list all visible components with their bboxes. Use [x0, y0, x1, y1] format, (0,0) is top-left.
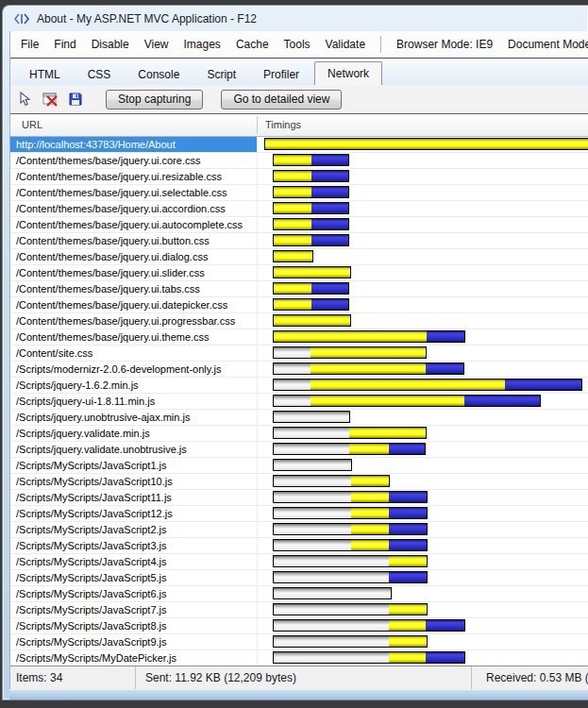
- column-divider[interactable]: [257, 116, 258, 134]
- table-row[interactable]: /Content/themes/base/jquery.ui.theme.css: [10, 329, 588, 346]
- table-row[interactable]: /Content/themes/base/jquery.ui.button.cs…: [10, 233, 588, 249]
- table-row[interactable]: /Scripts/MyScripts/JavaScript1.js: [10, 458, 588, 474]
- timing-segment-blue: [311, 171, 348, 181]
- timing-bar: [273, 250, 313, 262]
- menu-item-disable[interactable]: Disable: [92, 38, 129, 51]
- tab-console[interactable]: Console: [126, 65, 192, 85]
- request-url: /Scripts/MyScripts/JavaScript6.js: [10, 586, 257, 601]
- timing-bar: [273, 266, 351, 278]
- table-row[interactable]: /Scripts/MyScripts/JavaScript10.js: [10, 474, 588, 490]
- table-row[interactable]: /Scripts/MyScripts/JavaScript12.js: [10, 506, 588, 522]
- timing-cell: [257, 233, 588, 248]
- timing-segment-gray: [274, 572, 389, 582]
- table-row[interactable]: /Scripts/jquery-ui-1.8.11.min.js: [10, 394, 588, 410]
- timing-cell: [257, 346, 588, 361]
- timing-bar: [273, 539, 428, 551]
- table-row[interactable]: /Scripts/jquery.validate.min.js: [10, 426, 588, 442]
- timing-cell: [257, 394, 588, 409]
- timing-cell: [257, 586, 588, 601]
- tab-network[interactable]: Network: [314, 61, 382, 85]
- column-header-timings[interactable]: Timings: [265, 114, 301, 136]
- timing-cell: [257, 650, 588, 666]
- document-mode-label[interactable]: Document Mode: IE9 standa: [508, 38, 588, 51]
- request-url: /Scripts/jquery.validate.min.js: [10, 426, 257, 441]
- title-bar[interactable]: About - My ASP.NET MVC Application - F12: [3, 6, 588, 31]
- tab-profiler[interactable]: Profiler: [251, 65, 311, 85]
- request-url: /Content/themes/base/jquery.ui.autocompl…: [10, 217, 257, 232]
- timing-segment-blue: [505, 379, 581, 390]
- table-row[interactable]: /Scripts/MyScripts/JavaScript6.js: [10, 586, 588, 602]
- request-url: /Content/themes/base/jquery.ui.selectabl…: [10, 185, 257, 200]
- menu-item-view[interactable]: View: [144, 38, 169, 51]
- table-row[interactable]: /Content/themes/base/jquery.ui.progressb…: [10, 313, 588, 329]
- table-row[interactable]: /Scripts/MyScripts/JavaScript3.js: [10, 538, 588, 554]
- table-row[interactable]: /Content/site.css: [10, 346, 588, 362]
- devtools-icon: [13, 11, 30, 26]
- request-url: /Scripts/modernizr-2.0.6-development-onl…: [10, 362, 257, 377]
- timing-cell: [257, 570, 588, 585]
- menu-item-validate[interactable]: Validate: [326, 38, 365, 51]
- timing-cell: [257, 217, 588, 232]
- table-row[interactable]: /Scripts/MyScripts/JavaScript7.js: [10, 602, 588, 618]
- request-url: /Scripts/MyScripts/JavaScript9.js: [10, 634, 257, 649]
- table-row[interactable]: /Scripts/MyScripts/JavaScript5.js: [10, 570, 588, 586]
- timing-segment-blue: [389, 572, 427, 582]
- menu-item-cache[interactable]: Cache: [236, 38, 269, 51]
- timing-bar: [273, 459, 352, 471]
- table-row[interactable]: /Content/themes/base/jquery.ui.resizable…: [10, 169, 588, 185]
- timing-bar: [273, 603, 428, 615]
- timing-segment-blue: [464, 396, 540, 406]
- table-row[interactable]: /Content/themes/base/jquery.ui.datepicke…: [10, 297, 588, 313]
- browser-mode-label[interactable]: Browser Mode: IE9: [396, 38, 493, 51]
- table-row[interactable]: /Content/themes/base/jquery.ui.dialog.cs…: [10, 249, 588, 265]
- toolbar: Stop capturing Go to detailed view: [10, 85, 588, 114]
- timing-bar: [273, 314, 351, 327]
- tab-script[interactable]: Script: [194, 65, 248, 85]
- table-row[interactable]: /Scripts/MyScripts/JavaScript9.js: [10, 634, 588, 650]
- stop-capturing-button[interactable]: Stop capturing: [106, 90, 203, 110]
- timing-bar: [273, 587, 392, 599]
- table-row[interactable]: /Content/themes/base/jquery.ui.selectabl…: [10, 185, 588, 201]
- timing-segment-yellow: [311, 396, 464, 406]
- timing-cell: [257, 249, 588, 264]
- table-row[interactable]: /Content/themes/base/jquery.ui.slider.cs…: [10, 265, 588, 281]
- save-icon[interactable]: [67, 92, 84, 107]
- timing-bar: [273, 427, 427, 439]
- timing-bar: [273, 475, 390, 487]
- table-row[interactable]: http://localhost:43783/Home/About: [10, 137, 588, 153]
- tab-css[interactable]: CSS: [76, 65, 124, 85]
- tab-html[interactable]: HTML: [17, 65, 73, 85]
- select-cursor-icon[interactable]: [16, 92, 33, 107]
- table-row[interactable]: /Scripts/MyScripts/JavaScript4.js: [10, 554, 588, 570]
- table-row[interactable]: /Content/themes/base/jquery.ui.tabs.css: [10, 281, 588, 297]
- menu-item-find[interactable]: Find: [54, 38, 76, 51]
- timing-segment-yellow: [274, 267, 350, 278]
- table-row[interactable]: /Content/themes/base/jquery.ui.core.css: [10, 153, 588, 169]
- table-row[interactable]: /Content/themes/base/jquery.ui.accordion…: [10, 201, 588, 217]
- table-row[interactable]: /Scripts/jquery.unobtrusive-ajax.min.js: [10, 410, 588, 426]
- table-row[interactable]: /Scripts/MyScripts/JavaScript11.js: [10, 490, 588, 506]
- column-header-url[interactable]: URL: [22, 114, 42, 136]
- table-row[interactable]: /Content/themes/base/jquery.ui.autocompl…: [10, 217, 588, 233]
- table-row[interactable]: /Scripts/MyScripts/JavaScript2.js: [10, 522, 588, 538]
- request-url: /Scripts/MyScripts/JavaScript12.js: [10, 506, 257, 521]
- timing-bar: [273, 362, 464, 375]
- table-row[interactable]: /Scripts/MyScripts/JavaScript8.js: [10, 618, 588, 634]
- timing-bar: [273, 619, 465, 632]
- menu-item-images[interactable]: Images: [184, 38, 221, 51]
- clear-entries-icon[interactable]: [42, 92, 59, 107]
- timing-segment-blue: [389, 492, 427, 502]
- timing-segment-yellow: [274, 187, 311, 197]
- window-title: About - My ASP.NET MVC Application - F12: [37, 12, 257, 25]
- table-row[interactable]: /Scripts/jquery-1.6.2.min.js: [10, 378, 588, 394]
- timing-segment-gray: [274, 476, 351, 486]
- detailed-view-button[interactable]: Go to detailed view: [221, 90, 342, 110]
- timing-segment-yellow: [351, 540, 389, 550]
- table-row[interactable]: /Scripts/modernizr-2.0.6-development-onl…: [10, 362, 588, 378]
- timing-bar: [273, 154, 349, 166]
- timing-cell: [257, 281, 588, 296]
- menu-item-file[interactable]: File: [21, 38, 39, 51]
- table-row[interactable]: /Scripts/MyScripts/MyDatePicker.js: [10, 650, 588, 666]
- menu-item-tools[interactable]: Tools: [284, 38, 311, 51]
- table-row[interactable]: /Scripts/jquery.validate.unobtrusive.js: [10, 442, 588, 458]
